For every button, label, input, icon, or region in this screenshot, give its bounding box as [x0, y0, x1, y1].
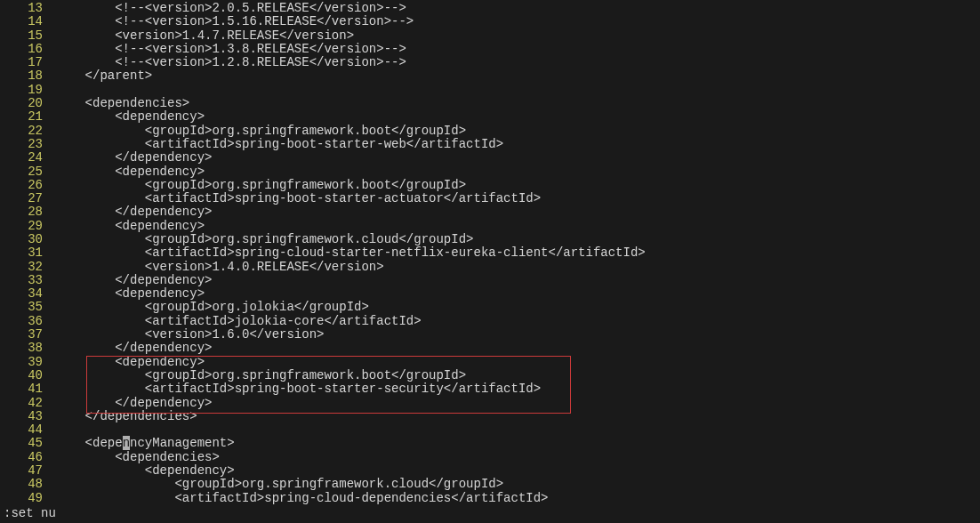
code-text: <groupId>org.springframework.boot</group… [55, 125, 466, 138]
code-text: <!--<version>1.5.16.RELEASE</version>--> [55, 15, 414, 28]
line-number: 25 [0, 165, 55, 179]
line-number: 27 [0, 192, 55, 205]
code-line[interactable]: 16 <!--<version>1.3.8.RELEASE</version>-… [0, 43, 980, 56]
line-number: 47 [0, 464, 55, 478]
code-text: <!--<version>1.3.8.RELEASE</version>--> [55, 43, 406, 56]
code-line[interactable]: 24 </dependency> [0, 151, 980, 165]
code-line[interactable]: 38 </dependency> [0, 342, 980, 355]
code-line[interactable]: 47 <dependency> [0, 464, 980, 478]
code-text: <artifactId>jolokia-core</artifactId> [55, 315, 422, 328]
code-line[interactable]: 42 </dependency> [0, 397, 980, 410]
code-line[interactable]: 20 <dependencies> [0, 97, 980, 110]
code-text: <version>1.4.0.RELEASE</version> [55, 261, 384, 274]
code-line[interactable]: 45 <depenncyManagement> [0, 438, 980, 451]
code-text: </dependency> [55, 397, 212, 410]
code-line[interactable]: 33 </dependency> [0, 274, 980, 287]
code-line[interactable]: 40 <groupId>org.springframework.boot</gr… [0, 369, 980, 382]
code-line[interactable]: 36 <artifactId>jolokia-core</artifactId> [0, 315, 980, 328]
code-text: <groupId>org.springframework.boot</group… [55, 369, 466, 382]
code-text: <depenncyManagement> [55, 437, 235, 450]
code-line[interactable]: 25 <dependency> [0, 165, 980, 179]
code-text: <artifactId>spring-boot-starter-security… [55, 382, 541, 396]
line-number: 45 [0, 437, 55, 450]
code-line[interactable]: 46 <dependencies> [0, 451, 980, 464]
line-number: 16 [0, 43, 55, 56]
code-text: </dependency> [55, 342, 212, 355]
code-text: <groupId>org.springframework.boot</group… [55, 179, 466, 192]
code-line[interactable]: 28 </dependency> [0, 205, 980, 219]
line-number: 42 [0, 397, 55, 410]
code-line[interactable]: 29 <dependency> [0, 220, 980, 233]
line-number: 46 [0, 451, 55, 464]
code-line[interactable]: 32 <version>1.4.0.RELEASE</version> [0, 261, 980, 274]
code-text: </dependencies> [55, 410, 197, 423]
code-line[interactable]: 15 <version>1.4.7.RELEASE</version> [0, 29, 980, 43]
code-text: <dependencies> [55, 97, 189, 110]
line-number: 36 [0, 315, 55, 328]
code-line[interactable]: 44 [0, 423, 980, 437]
line-number: 35 [0, 301, 55, 314]
code-text: <artifactId>spring-cloud-starter-netflix… [55, 246, 646, 260]
code-line[interactable]: 31 <artifactId>spring-cloud-starter-netf… [0, 246, 980, 260]
code-line[interactable]: 14 <!--<version>1.5.16.RELEASE</version>… [0, 15, 980, 28]
cursor: n [123, 436, 130, 450]
code-line[interactable]: 49 <artifactId>spring-cloud-dependencies… [0, 492, 980, 505]
line-number: 34 [0, 287, 55, 301]
code-text: <!--<version>1.2.8.RELEASE</version>--> [55, 56, 406, 69]
code-line[interactable]: 21 <dependency> [0, 110, 980, 124]
line-number: 26 [0, 179, 55, 192]
code-text: <dependency> [55, 464, 235, 478]
code-line[interactable]: 22 <groupId>org.springframework.boot</gr… [0, 125, 980, 138]
line-number: 14 [0, 15, 55, 28]
line-number: 21 [0, 110, 55, 124]
line-number: 32 [0, 261, 55, 274]
code-text: <artifactId>spring-boot-starter-web</art… [55, 138, 503, 151]
line-number: 49 [0, 492, 55, 505]
code-text: <dependency> [55, 165, 205, 179]
line-number: 38 [0, 342, 55, 355]
code-line[interactable]: 26 <groupId>org.springframework.boot</gr… [0, 179, 980, 192]
code-text: <artifactId>spring-cloud-dependencies</a… [55, 492, 549, 505]
line-number: 48 [0, 478, 55, 491]
code-line[interactable]: 19 [0, 84, 980, 97]
line-number: 23 [0, 138, 55, 151]
line-number: 20 [0, 97, 55, 110]
code-line[interactable]: 48 <groupId>org.springframework.cloud</g… [0, 478, 980, 491]
code-text: <groupId>org.jolokia</groupId> [55, 301, 369, 314]
code-line[interactable]: 34 <dependency> [0, 287, 980, 301]
line-number: 19 [0, 84, 55, 97]
code-text: </dependency> [55, 151, 212, 165]
line-number: 44 [0, 423, 55, 437]
line-number: 31 [0, 246, 55, 260]
code-text: </dependency> [55, 274, 212, 287]
code-text: <dependencies> [55, 451, 220, 464]
code-line[interactable]: 13 <!--<version>2.0.5.RELEASE</version>-… [0, 2, 980, 15]
status-line[interactable]: :set nu [4, 507, 56, 520]
code-text: <dependency> [55, 220, 205, 233]
line-number: 30 [0, 233, 55, 246]
line-number: 15 [0, 29, 55, 43]
code-line[interactable]: 27 <artifactId>spring-boot-starter-actua… [0, 192, 980, 205]
code-text: <groupId>org.springframework.cloud</grou… [55, 478, 503, 491]
code-line[interactable]: 41 <artifactId>spring-boot-starter-secur… [0, 382, 980, 396]
code-line[interactable]: 30 <groupId>org.springframework.cloud</g… [0, 233, 980, 246]
code-text: </parent> [55, 69, 152, 83]
code-line[interactable]: 39 <dependency> [0, 356, 980, 369]
code-text: <dependency> [55, 287, 205, 301]
line-number: 37 [0, 328, 55, 342]
code-line[interactable]: 23 <artifactId>spring-boot-starter-web</… [0, 138, 980, 151]
code-line[interactable]: 37 <version>1.6.0</version> [0, 328, 980, 342]
line-number: 13 [0, 2, 55, 15]
code-line[interactable]: 35 <groupId>org.jolokia</groupId> [0, 302, 980, 315]
line-number: 39 [0, 356, 55, 369]
code-line[interactable]: 43 </dependencies> [0, 410, 980, 423]
code-text: <!--<version>2.0.5.RELEASE</version>--> [55, 2, 406, 15]
code-editor[interactable]: 13 <!--<version>2.0.5.RELEASE</version>-… [0, 0, 980, 505]
line-number: 28 [0, 205, 55, 219]
code-text: <dependency> [55, 356, 205, 369]
code-text: <version>1.6.0</version> [55, 328, 324, 342]
code-line[interactable]: 17 <!--<version>1.2.8.RELEASE</version>-… [0, 56, 980, 69]
code-line[interactable]: 18 </parent> [0, 69, 980, 83]
code-text: <dependency> [55, 110, 205, 124]
line-number: 24 [0, 151, 55, 165]
